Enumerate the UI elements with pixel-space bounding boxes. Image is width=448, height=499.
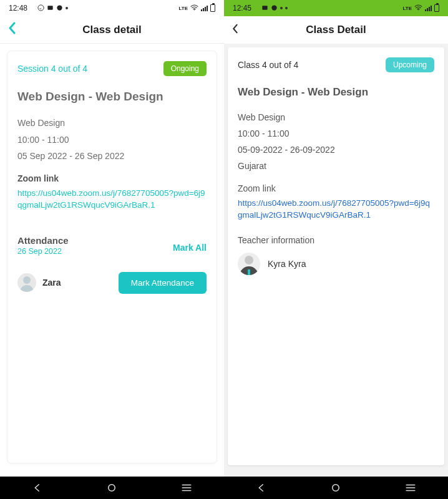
status-bar: 12:45 LTE [224, 0, 448, 16]
attendance-label: Attendance [17, 235, 69, 246]
teacher-label: Teacher information [238, 235, 434, 245]
status-time: 12:48 [9, 4, 27, 12]
teacher-row: Kyra Kyra [238, 253, 434, 275]
session-counter: Class 4 out of 4 [238, 60, 298, 70]
teacher-avatar-icon [238, 253, 260, 275]
wifi-icon [414, 4, 422, 12]
zoom-link[interactable]: https://us04web.zoom.us/j/76827705005?pw… [17, 187, 207, 211]
more-notifications-dot [280, 7, 283, 9]
whatsapp-icon [37, 4, 44, 12]
zoom-link[interactable]: https://us04web.zoom.us/j/76827705005?pw… [238, 197, 434, 221]
status-bar: 12:48 LTE [0, 0, 224, 16]
svg-point-0 [38, 4, 44, 10]
status-notification-icons [261, 4, 288, 12]
signal-icon [201, 6, 208, 11]
message-icon [47, 4, 54, 12]
nav-back-button[interactable] [32, 482, 43, 493]
nav-home-button[interactable] [330, 482, 341, 493]
course-subject: Web Design [238, 110, 434, 126]
detail-card: Class 4 out of 4 Upcoming Web Design - W… [228, 47, 444, 465]
lte-icon: LTE [402, 6, 412, 11]
svg-point-8 [333, 485, 339, 492]
phone-screen-right: 12:45 LTE [224, 0, 448, 499]
course-title: Web Design - Web Design [17, 90, 207, 104]
phone-screen-left: 12:48 LTE [0, 0, 224, 499]
course-dates: 05 Sep 2022 - 26 Sep 2022 [17, 148, 207, 165]
course-location: Gujarat [238, 158, 434, 175]
course-time: 10:00 - 11:00 [238, 126, 434, 142]
back-button[interactable] [231, 22, 239, 38]
session-counter: Session 4 out of 4 [17, 64, 87, 74]
zoom-label: Zoom link [17, 173, 207, 183]
attendance-date: 26 Sep 2022 [17, 247, 69, 256]
mark-attendance-button[interactable]: Mark Attendance [119, 272, 207, 294]
student-row: Zara Mark Attendance [17, 272, 207, 294]
app-bar: Class Detail [224, 16, 448, 44]
course-meta: Web Design 10:00 - 11:00 05 Sep 2022 - 2… [17, 115, 207, 165]
detail-card: Session 4 out of 4 Ongoing Web Design - … [7, 51, 217, 463]
svg-point-4 [109, 485, 115, 492]
svg-point-7 [418, 9, 419, 11]
app-icon [271, 4, 278, 12]
course-time: 10:00 - 11:00 [17, 132, 207, 148]
status-notification-icons [37, 4, 68, 12]
app-icon [56, 4, 63, 12]
more-notifications-dot [66, 7, 68, 9]
message-icon [261, 4, 268, 12]
page-title: Class Detail [306, 24, 366, 36]
android-nav-bar [0, 477, 224, 499]
course-meta: Web Design 10:00 - 11:00 05-09-2022 - 26… [238, 110, 434, 175]
page-title: Class detail [82, 24, 142, 36]
nav-back-button[interactable] [256, 482, 267, 493]
more-notifications-dot [285, 7, 288, 9]
content-area: Session 4 out of 4 Ongoing Web Design - … [0, 44, 224, 499]
teacher-section: Teacher information Kyra Kyra [238, 235, 434, 275]
app-bar: Class detail [0, 16, 224, 44]
nav-recent-button[interactable] [405, 483, 416, 492]
status-badge: Upcoming [386, 57, 434, 72]
zoom-label: Zoom link [238, 183, 434, 193]
student-name: Zara [42, 278, 61, 288]
signal-icon [425, 6, 432, 11]
course-title: Web Design - Web Design [238, 86, 434, 99]
svg-point-3 [194, 9, 195, 11]
back-button[interactable] [7, 22, 16, 38]
wifi-icon [190, 4, 198, 12]
svg-rect-1 [47, 6, 52, 9]
teacher-name: Kyra Kyra [268, 259, 306, 269]
content-area: Class 4 out of 4 Upcoming Web Design - W… [224, 44, 448, 499]
course-subject: Web Design [17, 115, 207, 132]
svg-rect-5 [262, 6, 267, 9]
nav-recent-button[interactable] [181, 483, 192, 492]
nav-home-button[interactable] [106, 482, 117, 493]
battery-icon [210, 4, 215, 12]
battery-icon [434, 4, 439, 12]
lte-icon: LTE [178, 6, 188, 11]
course-dates: 05-09-2022 - 26-09-2022 [238, 142, 434, 158]
attendance-section: Attendance 26 Sep 2022 Mark All Zara Mar… [17, 235, 207, 294]
android-nav-bar [224, 477, 448, 499]
status-badge: Ongoing [163, 61, 207, 76]
status-time: 12:45 [233, 4, 251, 12]
student-avatar-icon [17, 273, 36, 292]
svg-point-2 [57, 5, 62, 10]
mark-all-button[interactable]: Mark All [173, 243, 207, 253]
svg-point-6 [271, 5, 276, 10]
